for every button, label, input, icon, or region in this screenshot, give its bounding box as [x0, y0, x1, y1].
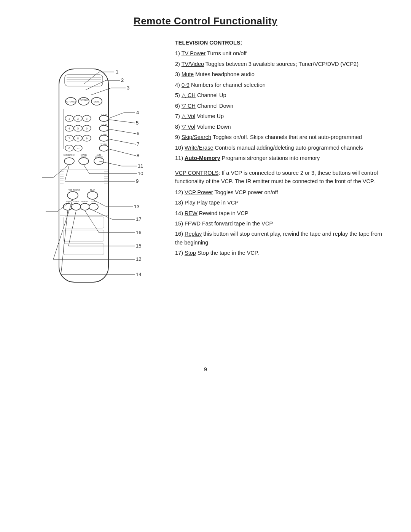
item-num: 2): [175, 61, 182, 67]
item-label: VCP Power: [185, 189, 213, 195]
item-text: this button will stop current play, rewi…: [175, 231, 382, 245]
svg-point-73: [80, 203, 89, 210]
item-text: Toggles on/off. Skips channels that are …: [211, 134, 362, 140]
item-text: Play tape in VCP: [195, 200, 239, 206]
svg-text:10: 10: [138, 171, 143, 176]
svg-point-29: [99, 135, 108, 141]
item-num: 5): [175, 92, 182, 98]
svg-text:2: 2: [77, 117, 79, 120]
item-num: 15): [175, 220, 185, 227]
item-num: 9): [175, 134, 182, 140]
television-controls-header: TELEVISION CONTROLS:: [175, 38, 388, 47]
item-num: 13): [175, 200, 185, 206]
list-item: 7) △ Vol Volume Up: [175, 112, 388, 120]
svg-text:0: 0: [68, 147, 70, 150]
tv-items-list: 1) TV Power Turns unit on/off 2) TV/Vide…: [175, 49, 388, 162]
svg-text:7: 7: [68, 137, 70, 140]
svg-text:9: 9: [136, 178, 139, 184]
item-num: 7): [175, 113, 182, 119]
svg-line-95: [108, 139, 136, 144]
item-label: △ Vol: [182, 113, 195, 119]
item-text: Volume Down: [195, 124, 231, 130]
item-num: 1): [175, 50, 182, 56]
svg-line-91: [108, 120, 135, 123]
description-panel: TELEVISION CONTROLS: 1) TV Power Turns u…: [167, 38, 388, 259]
svg-text:17: 17: [136, 216, 141, 222]
svg-point-72: [72, 203, 81, 210]
remote-diagram: TV POWER TV/VIDEO MUTE △ CH 1 2 3: [23, 38, 167, 351]
list-item: 9) Skip/Search Toggles on/off. Skips cha…: [175, 133, 388, 141]
item-label: 0-9: [182, 82, 190, 88]
item-num: 6): [175, 103, 182, 109]
svg-point-21: [99, 125, 108, 131]
svg-point-47: [64, 158, 74, 165]
list-item: 17) Stop Stop the tape in the VCP.: [175, 249, 388, 257]
item-num: 4): [175, 82, 182, 88]
item-label: Write/Erase: [185, 145, 213, 151]
svg-text:VCP  POWER: VCP POWER: [68, 189, 80, 191]
page: Remote Control Functionality TV POWER TV…: [0, 0, 411, 532]
item-num: 14): [175, 210, 185, 216]
svg-text:15: 15: [136, 243, 141, 249]
svg-text:4: 4: [68, 127, 70, 130]
svg-text:12: 12: [136, 256, 141, 262]
list-item: 15) FFWD Fast forward tape in the VCP: [175, 219, 388, 228]
svg-point-64: [67, 192, 78, 199]
svg-text:3: 3: [127, 85, 129, 91]
item-text: Stop the tape in the VCP.: [196, 250, 259, 256]
list-item: 11) Auto-Memory Programs stronger statio…: [175, 154, 388, 162]
svg-point-48: [79, 158, 89, 165]
item-num: 16): [175, 231, 185, 237]
svg-text:ERASE/: ERASE/: [81, 154, 87, 156]
item-label: △ CH: [182, 92, 196, 98]
svg-text:MUTE: MUTE: [94, 101, 100, 103]
list-item: 1) TV Power Turns unit on/off: [175, 49, 388, 58]
item-num: 8): [175, 124, 182, 130]
item-text: Fast forward tape in the VCP: [201, 220, 273, 227]
svg-point-7: [78, 97, 89, 105]
svg-text:16: 16: [136, 230, 141, 235]
list-item: 12) VCP Power Toggles VCP power on/off: [175, 188, 388, 197]
vcp-items-list: 12) VCP Power Toggles VCP power on/off 1…: [175, 188, 388, 257]
svg-text:5: 5: [77, 127, 79, 130]
item-text: Mutes headphone audio: [194, 71, 255, 77]
svg-line-88: [108, 113, 124, 118]
item-text: Turns unit on/off: [206, 50, 247, 56]
svg-text:REPLAY: REPLAY: [81, 201, 88, 203]
item-label: REW: [185, 210, 198, 216]
svg-point-74: [89, 203, 98, 210]
page-title: Remote Control Functionality: [23, 15, 388, 27]
svg-text:13: 13: [134, 204, 139, 209]
item-text: Channel Down: [196, 103, 233, 109]
svg-text:5: 5: [136, 120, 139, 126]
svg-text:4: 4: [136, 110, 139, 115]
page-number: 9: [23, 366, 388, 372]
item-label: Stop: [185, 250, 196, 256]
item-label: FFWD: [185, 220, 201, 227]
item-label: ▽ Vol: [182, 124, 195, 130]
item-num: 10): [175, 145, 185, 151]
svg-text:TV POWER: TV POWER: [66, 101, 76, 103]
list-item: 13) Play Play tape in VCP: [175, 198, 388, 207]
list-item: 6) ▽ CH Channel Down: [175, 102, 388, 110]
svg-text:SKIP/SEARCH: SKIP/SEARCH: [64, 154, 75, 156]
svg-line-97: [108, 149, 136, 156]
svg-text:8: 8: [77, 137, 79, 140]
item-text: Toggles VCP power on/off: [213, 189, 278, 195]
item-num: 12): [175, 189, 185, 195]
svg-point-37: [99, 145, 108, 151]
svg-text:2: 2: [121, 77, 124, 83]
svg-text:TV/VIDEO: TV/VIDEO: [80, 99, 88, 101]
item-text: Toggles between 3 available sources; Tun…: [204, 61, 358, 67]
svg-point-13: [99, 115, 108, 121]
item-label: TV Power: [182, 50, 206, 56]
item-num: 3): [175, 71, 182, 77]
list-item: 10) Write/Erase Controls manual adding/d…: [175, 144, 388, 152]
remote-svg: TV POWER TV/VIDEO MUTE △ CH 1 2 3: [23, 38, 167, 351]
vcp-controls-intro: VCP CONTROLS: If a VCP is connected to s…: [175, 169, 388, 186]
svg-text:14: 14: [136, 272, 141, 277]
list-item: 2) TV/Video Toggles between 3 available …: [175, 60, 388, 68]
item-num: 17): [175, 250, 185, 256]
svg-text:8: 8: [137, 153, 139, 158]
svg-point-66: [87, 192, 98, 199]
